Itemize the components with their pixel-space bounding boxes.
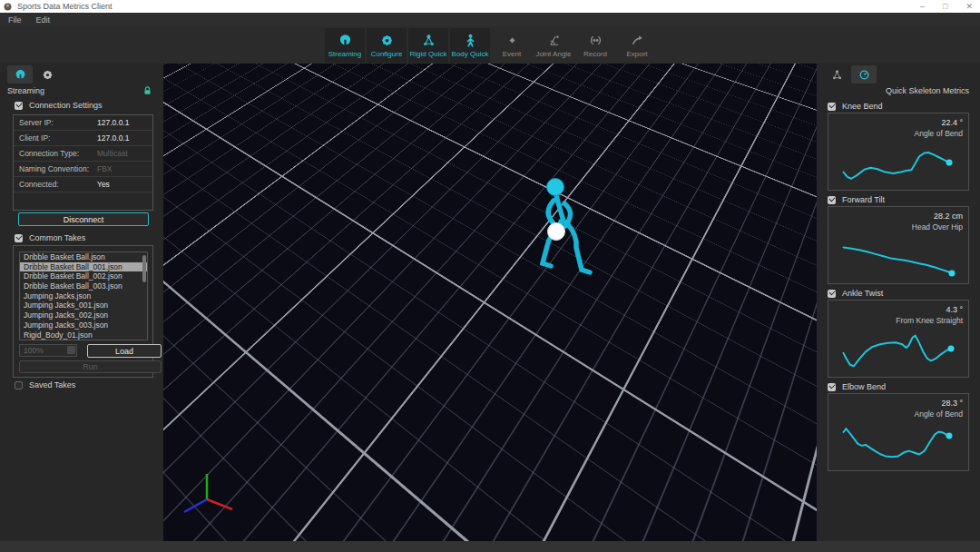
- speed-spinner[interactable]: [67, 346, 75, 354]
- close-button[interactable]: ✕: [965, 2, 973, 11]
- metric-checkbox[interactable]: [828, 290, 836, 298]
- person-icon: [464, 34, 477, 47]
- metric-checkbox[interactable]: [828, 103, 836, 111]
- metric-sparkline: [833, 141, 964, 184]
- lock-icon: [142, 85, 152, 95]
- table-row: Client IP: 127.0.0.1: [14, 131, 152, 146]
- run-button[interactable]: Run: [19, 360, 162, 373]
- toolbar-label: Export: [626, 50, 647, 58]
- minimize-button[interactable]: –: [920, 2, 925, 11]
- metric-block: Forward Tilt 28.2 cm Head Over Hip: [828, 193, 969, 284]
- metrics-panel: Quick Skeleton Metrics Knee Bend 22.4 ° …: [817, 64, 980, 541]
- metric-sparkline: [833, 328, 964, 371]
- metric-value: 22.4 °: [941, 118, 963, 127]
- metric-sublabel: From Knee Straight: [896, 316, 963, 325]
- common-takes-label: Common Takes: [29, 233, 85, 242]
- metric-value: 28.2 cm: [934, 212, 963, 221]
- tab-quick-metrics[interactable]: [851, 65, 877, 84]
- maximize-button[interactable]: □: [943, 2, 947, 11]
- toolbar-label: Rigid Quick: [410, 50, 447, 58]
- app-icon: [4, 3, 12, 11]
- table-row: Server IP: 127.0.0.1: [14, 115, 152, 131]
- toolbar-button-event[interactable]: Event: [492, 28, 532, 63]
- chart-endpoint-dot: [946, 433, 953, 439]
- menu-item-edit[interactable]: Edit: [36, 15, 51, 25]
- toolbar-label: Joint Angle: [535, 50, 571, 58]
- saved-takes-checkbox[interactable]: [15, 381, 23, 389]
- ground-grid: [163, 64, 817, 541]
- tab-streaming[interactable]: [7, 65, 33, 84]
- z-axis: [184, 499, 207, 512]
- streaming-icon: [338, 34, 352, 47]
- chart-endpoint-dot: [946, 160, 953, 166]
- toolbar-button-streaming[interactable]: Streaming: [325, 28, 365, 63]
- metric-checkbox[interactable]: [828, 383, 836, 391]
- metric-chart: 28.3 ° Angle of Bend: [828, 393, 969, 471]
- metrics-panel-title: Quick Skeleton Metrics: [886, 86, 969, 95]
- metric-checkbox[interactable]: [828, 196, 836, 204]
- takes-groupbox: Dribble Basket Ball.jsonDribble Basket B…: [13, 245, 153, 378]
- list-item[interactable]: Dribble Basket Ball_003.json: [20, 281, 147, 291]
- gear-tab-icon: [42, 69, 54, 81]
- status-bar: [0, 541, 980, 552]
- gear-icon: [380, 34, 394, 47]
- toolbar-button-body-quick[interactable]: Body Quick: [450, 28, 490, 63]
- right-panel-tabs: [824, 65, 877, 84]
- scrollbar-thumb[interactable]: [142, 255, 146, 282]
- toolbar-label: Configure: [371, 50, 403, 58]
- list-item[interactable]: Jumping Jacks_002.json: [20, 310, 147, 320]
- list-item[interactable]: Jumping Jacks_003.json: [20, 320, 147, 330]
- metric-label: Ankle Twist: [842, 289, 883, 298]
- common-takes-checkbox[interactable]: [15, 234, 23, 242]
- metric-sparkline: [833, 421, 964, 465]
- list-item[interactable]: Dribble Basket Ball_001.json: [20, 262, 147, 272]
- menu-item-file[interactable]: File: [8, 15, 22, 25]
- toolbar-label: Body Quick: [452, 50, 489, 58]
- list-item[interactable]: Dribble Basket Ball_002.json: [20, 271, 147, 281]
- list-item[interactable]: Rigid_Body_01.json: [20, 330, 147, 340]
- streaming-panel: Streaming Connection Settings Server IP:…: [0, 64, 163, 541]
- list-item[interactable]: Jumping Jacks_001.json: [20, 301, 147, 310]
- title-bar: Sports Data Metrics Client – □ ✕: [0, 0, 980, 13]
- tab-settings[interactable]: [34, 65, 60, 84]
- toolbar-button-record[interactable]: Record: [575, 28, 615, 63]
- load-button[interactable]: Load: [87, 344, 162, 358]
- viewport-3d[interactable]: [163, 64, 817, 541]
- section-title: Streaming: [7, 86, 44, 95]
- node-network-tab-icon: [831, 69, 843, 81]
- metric-label: Elbow Bend: [842, 382, 886, 391]
- spine: [556, 195, 564, 222]
- export-arrow-icon: [631, 34, 644, 47]
- connection-settings-label: Connection Settings: [29, 101, 103, 110]
- metric-value: 4.3 °: [946, 305, 963, 314]
- toolbar-label: Event: [503, 50, 521, 58]
- list-item[interactable]: Dribble Basket Ball.json: [20, 252, 147, 262]
- list-item[interactable]: Jumping Jacks.json: [20, 291, 147, 301]
- basketball: [548, 223, 565, 241]
- toolbar-button-joint-angle[interactable]: Joint Angle: [534, 28, 573, 63]
- metric-chart: 22.4 ° Angle of Bend: [828, 113, 969, 191]
- node-network-icon: [422, 34, 436, 47]
- main-toolbar: Streaming Configure Rigid Quick Body Qui…: [325, 28, 657, 63]
- tab-skeleton-nodes[interactable]: [824, 65, 849, 84]
- right-leg: [567, 223, 590, 272]
- diamond-icon: [505, 34, 519, 47]
- toolbar-button-configure[interactable]: Configure: [367, 28, 407, 63]
- saved-takes-label: Saved Takes: [29, 380, 75, 389]
- toolbar-label: Record: [583, 50, 607, 58]
- menu-bar: File Edit: [0, 13, 980, 26]
- axis-gizmo: [180, 470, 243, 525]
- connection-settings-row: Connection Settings: [15, 101, 103, 110]
- toolbar-button-rigid-quick[interactable]: Rigid Quick: [408, 28, 448, 63]
- metrics-list: Knee Bend 22.4 ° Angle of Bend Forward T…: [828, 100, 969, 474]
- metric-sublabel: Angle of Bend: [915, 129, 963, 138]
- disconnect-button[interactable]: Disconnect: [18, 212, 149, 226]
- angle-icon: [547, 34, 561, 47]
- chart-endpoint-dot: [947, 346, 954, 352]
- head: [547, 179, 564, 196]
- streaming-tab-icon: [15, 69, 26, 81]
- metric-sparkline: [833, 234, 964, 278]
- toolbar-button-export[interactable]: Export: [617, 28, 657, 63]
- connection-settings-checkbox[interactable]: [15, 102, 23, 110]
- metric-block: Knee Bend 22.4 ° Angle of Bend: [828, 100, 969, 191]
